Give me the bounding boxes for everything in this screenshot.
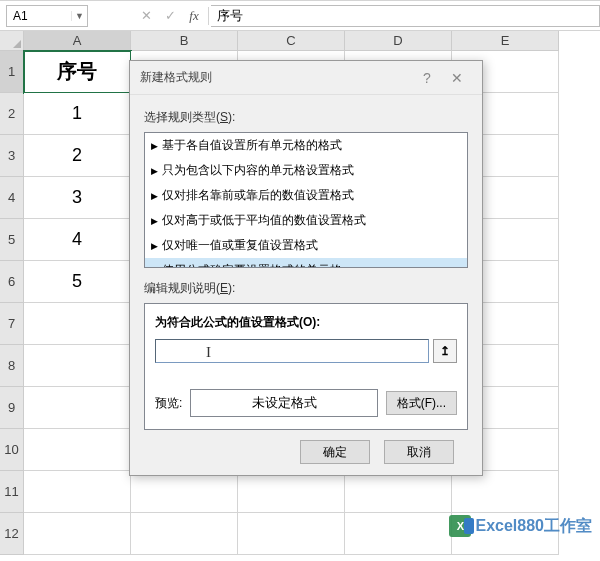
rule-item-label: 仅对排名靠前或靠后的数值设置格式	[162, 187, 354, 204]
triangle-icon: ▶	[151, 141, 158, 151]
watermark: X Excel880工作室	[449, 515, 592, 537]
column-headers: ABCDE	[24, 31, 600, 51]
rule-item-2[interactable]: ▶仅对排名靠前或靠后的数值设置格式	[145, 183, 467, 208]
select-rule-type-label: 选择规则类型(S):	[144, 109, 468, 126]
col-header-D[interactable]: D	[345, 31, 452, 51]
cell-A6[interactable]: 5	[24, 261, 131, 303]
cell-A12[interactable]	[24, 513, 131, 555]
close-icon[interactable]: ✕	[442, 70, 472, 86]
col-header-C[interactable]: C	[238, 31, 345, 51]
rule-item-label: 使用公式确定要设置格式的单元格	[162, 262, 342, 268]
cell-A3[interactable]: 2	[24, 135, 131, 177]
row-header-4[interactable]: 4	[0, 177, 24, 219]
rule-item-label: 基于各自值设置所有单元格的格式	[162, 137, 342, 154]
rule-item-label: 仅对高于或低于平均值的数值设置格式	[162, 212, 366, 229]
spreadsheet-grid: ABCDE 123456789101112 序号12345	[0, 30, 600, 31]
name-box-dropdown-icon[interactable]: ▼	[71, 11, 87, 21]
rule-item-5[interactable]: ▶使用公式确定要设置格式的单元格	[145, 258, 467, 268]
format-button[interactable]: 格式(F)...	[386, 391, 457, 415]
triangle-icon: ▶	[151, 266, 158, 269]
cell-D12[interactable]	[345, 513, 452, 555]
fx-icon[interactable]: fx	[182, 5, 206, 27]
rule-item-1[interactable]: ▶只为包含以下内容的单元格设置格式	[145, 158, 467, 183]
dialog-title: 新建格式规则	[140, 69, 212, 86]
row-headers: 123456789101112	[0, 51, 24, 555]
cell-A8[interactable]	[24, 345, 131, 387]
enter-formula-icon: ✓	[158, 5, 182, 27]
col-header-B[interactable]: B	[131, 31, 238, 51]
watermark-icon: X	[449, 515, 471, 537]
row-header-3[interactable]: 3	[0, 135, 24, 177]
row-header-2[interactable]: 2	[0, 93, 24, 135]
collapse-dialog-button[interactable]: ↥	[433, 339, 457, 363]
formula-bar-text: 序号	[217, 7, 243, 25]
cancel-button[interactable]: 取消	[384, 440, 454, 464]
cell-A7[interactable]	[24, 303, 131, 345]
cell-A9[interactable]	[24, 387, 131, 429]
rule-edit-group: 为符合此公式的值设置格式(O): I ↥ 预览: 未设定格式 格式(F)...	[144, 303, 468, 430]
help-icon[interactable]: ?	[412, 70, 442, 86]
name-box[interactable]: ▼	[6, 5, 88, 27]
watermark-text: Excel880工作室	[475, 516, 592, 537]
row-header-12[interactable]: 12	[0, 513, 24, 555]
row-header-1[interactable]: 1	[0, 51, 24, 93]
ok-button[interactable]: 确定	[300, 440, 370, 464]
cell-D11[interactable]	[345, 471, 452, 513]
formula-buttons: ✕ ✓ fx	[134, 5, 206, 27]
cell-A10[interactable]	[24, 429, 131, 471]
dialog-titlebar[interactable]: 新建格式规则 ? ✕	[130, 61, 482, 95]
preview-label: 预览:	[155, 395, 182, 412]
name-box-input[interactable]	[7, 9, 71, 23]
formula-input[interactable]: I	[155, 339, 429, 363]
row-header-6[interactable]: 6	[0, 261, 24, 303]
cell-B12[interactable]	[131, 513, 238, 555]
col-header-E[interactable]: E	[452, 31, 559, 51]
rule-type-list[interactable]: ▶基于各自值设置所有单元格的格式▶只为包含以下内容的单元格设置格式▶仅对排名靠前…	[144, 132, 468, 268]
row-header-8[interactable]: 8	[0, 345, 24, 387]
rule-item-0[interactable]: ▶基于各自值设置所有单元格的格式	[145, 133, 467, 158]
select-all-corner[interactable]	[0, 31, 24, 51]
triangle-icon: ▶	[151, 191, 158, 201]
cell-A5[interactable]: 4	[24, 219, 131, 261]
col-header-A[interactable]: A	[24, 31, 131, 51]
edit-rule-label: 编辑规则说明(E):	[144, 280, 468, 297]
rule-item-3[interactable]: ▶仅对高于或低于平均值的数值设置格式	[145, 208, 467, 233]
cell-A4[interactable]: 3	[24, 177, 131, 219]
rule-item-label: 只为包含以下内容的单元格设置格式	[162, 162, 354, 179]
cell-A1[interactable]: 序号	[24, 51, 131, 93]
triangle-icon: ▶	[151, 241, 158, 251]
row-header-5[interactable]: 5	[0, 219, 24, 261]
rule-item-label: 仅对唯一值或重复值设置格式	[162, 237, 318, 254]
row-header-7[interactable]: 7	[0, 303, 24, 345]
triangle-icon: ▶	[151, 216, 158, 226]
formula-group-label: 为符合此公式的值设置格式(O):	[155, 314, 457, 331]
text-caret-icon: I	[206, 344, 211, 361]
triangle-icon: ▶	[151, 166, 158, 176]
cell-C11[interactable]	[238, 471, 345, 513]
separator	[208, 7, 209, 25]
preview-box: 未设定格式	[190, 389, 377, 417]
cancel-formula-icon: ✕	[134, 5, 158, 27]
cell-E11[interactable]	[452, 471, 559, 513]
new-format-rule-dialog: 新建格式规则 ? ✕ 选择规则类型(S): ▶基于各自值设置所有单元格的格式▶只…	[129, 60, 483, 476]
row-header-9[interactable]: 9	[0, 387, 24, 429]
cell-B11[interactable]	[131, 471, 238, 513]
formula-bar[interactable]: 序号	[211, 5, 600, 27]
rule-item-4[interactable]: ▶仅对唯一值或重复值设置格式	[145, 233, 467, 258]
row-header-11[interactable]: 11	[0, 471, 24, 513]
cell-A2[interactable]: 1	[24, 93, 131, 135]
cell-A11[interactable]	[24, 471, 131, 513]
cell-C12[interactable]	[238, 513, 345, 555]
formula-toolbar: ▼ ✕ ✓ fx 序号	[0, 0, 600, 30]
row-header-10[interactable]: 10	[0, 429, 24, 471]
